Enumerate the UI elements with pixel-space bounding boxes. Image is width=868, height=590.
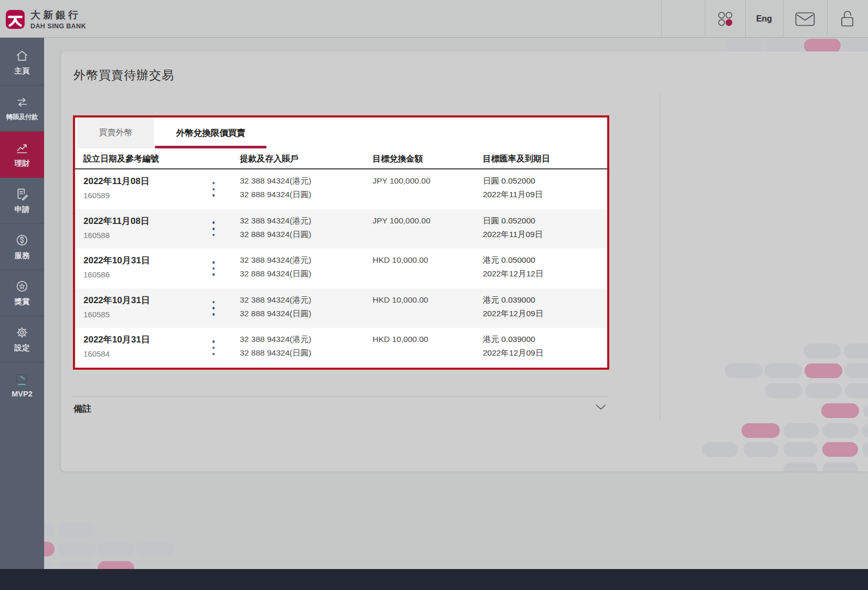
top-header-bar: 大新銀行 DAH SING BANK Eng [0, 0, 868, 38]
dah-sing-logo-icon [5, 9, 25, 29]
sidebar-item-label: 理財 [15, 158, 30, 168]
mvp2-icon [16, 373, 28, 386]
decor-pill [98, 542, 134, 556]
sidebar-item-wealth[interactable]: 理財 [0, 132, 44, 178]
apps-menu-button[interactable] [705, 0, 745, 38]
decor-pill [58, 522, 96, 537]
order-ref: 160588 [83, 231, 150, 240]
wealth-chart-icon [15, 141, 29, 155]
sidebar-item-apply[interactable]: 申請 [0, 178, 44, 224]
table-row: 2022年10月31日 160584 32 388 94324(港元) 32 8… [75, 328, 607, 368]
apps-grid-icon [716, 10, 734, 28]
target-amount: JPY 100,000.00 [373, 216, 430, 226]
sidebar-item-label: 服務 [15, 251, 30, 261]
column-header: 目標匯率及到期日 [483, 154, 550, 165]
sidebar-item-label: MVP2 [12, 390, 33, 398]
remarks-label: 備註 [73, 403, 91, 415]
target-rate: 港元 0.039000 [483, 293, 543, 307]
row-actions-menu-icon[interactable] [210, 260, 217, 277]
language-toggle-button[interactable]: Eng [745, 0, 783, 38]
decor-pill [58, 542, 96, 556]
bank-logo[interactable]: 大新銀行 DAH SING BANK [5, 8, 86, 30]
decor-pill [844, 344, 868, 358]
expiry-date: 2022年12月09日 [483, 346, 543, 360]
target-rate-expiry: 港元 0.050000 2022年12月12日 [483, 253, 543, 281]
tab-buy-sell-fx[interactable]: 買賣外幣 [78, 117, 154, 148]
decor-pill [805, 363, 842, 378]
order-ref: 160586 [83, 270, 150, 279]
decor-pill [784, 442, 818, 457]
target-rate: 港元 0.050000 [483, 253, 543, 267]
decor-pill [844, 363, 868, 378]
order-ref: 160589 [83, 191, 150, 200]
bank-name: 大新銀行 DAH SING BANK [30, 8, 86, 30]
order-date-ref: 2022年10月31日 160584 [83, 334, 150, 358]
lock-icon [840, 9, 855, 28]
header-divider [661, 0, 662, 38]
debit-account: 32 388 94324(港元) [240, 293, 311, 307]
chevron-down-icon [596, 404, 606, 410]
order-accounts: 32 388 94324(港元) 32 888 94324(日圓) [240, 214, 311, 241]
logout-button[interactable] [827, 0, 868, 38]
column-header: 提款及存入賬戶 [240, 154, 299, 165]
sidebar-item-rewards[interactable]: 獎賞 [0, 270, 44, 316]
order-date-ref: 2022年11月08日 160588 [83, 215, 150, 240]
content-vertical-divider [660, 94, 660, 420]
decor-pill [822, 423, 858, 438]
row-actions-menu-icon[interactable] [210, 181, 217, 198]
target-amount: HKD 10,000.00 [373, 295, 428, 305]
row-actions-menu-icon[interactable] [210, 300, 217, 317]
sidebar-item-label: 轉賬及付款 [6, 113, 38, 122]
decor-pill [822, 442, 858, 457]
decor-pill [725, 363, 763, 378]
sidebar-nav: 主頁 轉賬及付款 理財 申請 服務 [0, 38, 44, 569]
sidebar-item-home[interactable]: 主頁 [0, 39, 44, 85]
decor-pill [822, 462, 858, 471]
column-header: 目標兌換金額 [373, 154, 423, 165]
bank-name-zh: 大新銀行 [30, 8, 86, 22]
order-date: 2022年10月31日 [83, 294, 150, 306]
home-icon [15, 49, 29, 62]
tab-fx-limit-orders[interactable]: 外幣兌換限價買賣 [154, 117, 268, 148]
transfer-icon [15, 95, 29, 109]
sidebar-item-label: 獎賞 [15, 297, 30, 307]
expiry-date: 2022年12月12日 [483, 267, 543, 281]
credit-account: 32 888 94324(日圓) [240, 346, 311, 360]
decor-pill [726, 39, 763, 52]
main-content-card: 外幣買賣待辦交易 買賣外幣 外幣兌換限價買賣 設立日期及參考編號 提款及存入賬戶 [61, 51, 868, 471]
sidebar-item-mvp2[interactable]: MVP2 [0, 362, 44, 409]
messages-button[interactable] [783, 0, 827, 38]
sidebar-item-services[interactable]: 服務 [0, 224, 44, 270]
expiry-date: 2022年11月09日 [483, 188, 543, 201]
order-date-ref: 2022年10月31日 160585 [83, 294, 150, 319]
target-amount: HKD 10,000.00 [373, 335, 428, 344]
decor-pill [804, 344, 841, 358]
row-actions-menu-icon[interactable] [210, 220, 217, 237]
order-ref: 160585 [83, 310, 150, 319]
mail-icon [795, 12, 815, 26]
row-actions-menu-icon[interactable] [210, 339, 217, 356]
decor-pill [821, 403, 859, 418]
settings-gear-icon [15, 326, 29, 339]
remarks-toggle[interactable]: 備註 [72, 396, 616, 420]
debit-account: 32 388 94324(港元) [240, 332, 311, 346]
decor-pill [862, 423, 868, 438]
decor-pill [744, 442, 778, 457]
table-row: 2022年11月08日 160588 32 388 94324(港元) 32 8… [75, 209, 607, 249]
order-date-ref: 2022年10月31日 160586 [83, 254, 150, 279]
target-amount: JPY 100,000.00 [373, 176, 430, 186]
language-label: Eng [756, 14, 772, 24]
target-rate-expiry: 港元 0.039000 2022年12月09日 [483, 332, 543, 360]
decor-pill [784, 462, 818, 471]
credit-account: 32 888 94324(日圓) [240, 307, 311, 320]
decor-pill [765, 363, 802, 378]
sidebar-item-transfer[interactable]: 轉賬及付款 [0, 85, 44, 132]
page-title: 外幣買賣待辦交易 [73, 67, 174, 83]
order-ref: 160584 [83, 349, 150, 358]
decor-pill [765, 383, 802, 398]
table-row: 2022年10月31日 160585 32 388 94324(港元) 32 8… [75, 288, 607, 328]
fx-pending-orders-panel: 買賣外幣 外幣兌換限價買賣 設立日期及參考編號 提款及存入賬戶 目標兌換金額 目… [73, 115, 609, 370]
order-accounts: 32 388 94324(港元) 32 888 94324(日圓) [240, 293, 311, 320]
sidebar-item-settings[interactable]: 設定 [0, 316, 44, 362]
decor-pill [784, 423, 819, 438]
